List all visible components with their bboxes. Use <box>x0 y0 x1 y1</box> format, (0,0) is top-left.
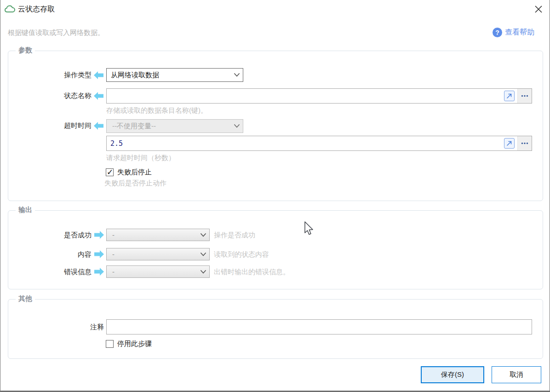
comment-input[interactable] <box>106 319 532 334</box>
help-question-icon: ? <box>493 28 502 37</box>
dialog-description: 根据键值读取或写入网络数据。 <box>8 29 104 37</box>
timeout-label: 超时时间 <box>27 121 92 130</box>
output-content-desc: 读取到的状态内容 <box>214 250 269 259</box>
chevron-down-icon <box>234 73 240 77</box>
page-title: 云状态存取 <box>18 5 55 14</box>
output-success-select[interactable]: - <box>106 229 210 241</box>
svg-text:?: ? <box>495 29 499 36</box>
stop-on-fail-hint: 失败后是否停止动作 <box>104 179 166 188</box>
disable-step-checkbox[interactable] <box>106 340 114 348</box>
timeout-input[interactable] <box>107 136 502 150</box>
cancel-button[interactable]: 取消 <box>492 366 541 383</box>
output-error-desc: 出错时输出的错误信息。 <box>214 268 290 277</box>
state-name-label: 状态名称 <box>27 91 92 100</box>
output-success-value: - <box>112 231 115 239</box>
timeout-hint: 请求超时时间（秒数） <box>106 154 175 162</box>
output-content-select[interactable]: - <box>106 248 210 260</box>
cloud-icon <box>4 4 16 14</box>
input-arrow-left-icon <box>94 92 103 100</box>
output-error-value: - <box>112 268 115 276</box>
input-arrow-left-icon <box>94 122 103 130</box>
output-arrow-right-icon <box>94 250 104 258</box>
operation-type-value: 从网络读取数据 <box>111 71 159 80</box>
timeout-variable-value: --不使用变量-- <box>112 122 156 131</box>
ellipsis-button[interactable] <box>517 89 532 103</box>
state-name-field-wrap <box>106 88 532 104</box>
expand-editor-button[interactable] <box>504 91 515 101</box>
state-name-input[interactable] <box>107 89 502 103</box>
timeout-field-wrap <box>106 136 532 151</box>
arrow-up-right-icon <box>506 93 512 99</box>
chevron-down-icon <box>234 124 240 128</box>
disable-step-label[interactable]: 停用此步骤 <box>117 340 152 348</box>
arrow-up-right-icon <box>506 140 512 146</box>
operation-type-select[interactable]: 从网络读取数据 <box>106 68 243 82</box>
output-error-select[interactable]: - <box>106 265 210 278</box>
comment-label: 注释 <box>46 323 104 332</box>
help-link[interactable]: ? 查看帮助 <box>493 28 534 37</box>
stop-on-fail-label[interactable]: 失败后停止 <box>117 168 152 177</box>
expand-editor-button[interactable] <box>504 138 515 149</box>
chevron-down-icon <box>201 270 206 274</box>
chevron-down-icon <box>201 233 206 237</box>
output-success-label: 是否成功 <box>27 231 92 240</box>
help-link-label: 查看帮助 <box>505 28 534 37</box>
state-name-hint: 存储或读取的数据条目名称(键)。 <box>106 106 207 115</box>
output-success-desc: 操作是否成功 <box>214 231 255 240</box>
ellipsis-button[interactable] <box>517 136 532 150</box>
dialog-cloud-state-access: 云状态存取 根据键值读取或写入网络数据。 ? 查看帮助 参数 操作类型 从网络读… <box>0 0 550 392</box>
output-content-label: 内容 <box>27 250 92 259</box>
operation-type-label: 操作类型 <box>27 70 92 80</box>
input-arrow-left-icon <box>94 71 103 79</box>
timeout-variable-select[interactable]: --不使用变量-- <box>106 119 243 133</box>
stop-on-fail-checkbox[interactable] <box>106 168 114 176</box>
chevron-down-icon <box>201 253 206 256</box>
save-button[interactable]: 保存(S) <box>421 366 484 383</box>
close-icon[interactable] <box>534 5 543 13</box>
output-arrow-right-icon <box>94 231 104 239</box>
group-output-legend: 输出 <box>16 206 35 214</box>
group-parameters-legend: 参数 <box>16 46 35 55</box>
output-error-label: 错误信息 <box>27 267 92 277</box>
output-content-value: - <box>112 250 115 258</box>
output-arrow-right-icon <box>94 268 104 276</box>
ellipsis-icon <box>521 142 528 144</box>
group-other-legend: 其他 <box>16 294 35 303</box>
ellipsis-icon <box>521 95 528 97</box>
